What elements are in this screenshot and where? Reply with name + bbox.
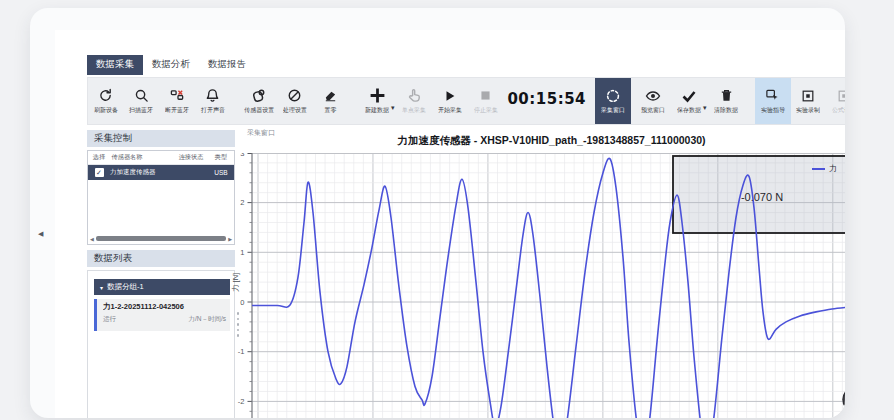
sensor-type: USB xyxy=(210,169,232,176)
tab-data-analysis[interactable]: 数据分析 xyxy=(143,55,199,75)
legend-label: 力 xyxy=(829,163,837,174)
collect-timer: 00:15:54 xyxy=(507,90,586,108)
collect-control-header: 采集控制 xyxy=(87,130,235,147)
hscroll-thumb[interactable] xyxy=(96,236,226,241)
chart-title: 力加速度传感器 - XHSP-V10HID_path_-1981348857_1… xyxy=(252,134,845,148)
sound-button[interactable]: 打开声音 xyxy=(195,78,231,124)
sensor-settings-icon xyxy=(251,87,267,104)
save-data-button[interactable]: 保存数据 xyxy=(671,78,707,124)
data-item-axes: 力/N－时间/s xyxy=(188,315,226,324)
collapse-panel-icon[interactable]: ◀ xyxy=(38,230,43,238)
chart-plot-area[interactable]: 3210-1-2-0.070 N 力 xyxy=(230,153,845,418)
svg-text:3: 3 xyxy=(240,153,244,158)
plus-icon xyxy=(369,87,386,104)
process-settings-icon xyxy=(287,87,302,104)
single-point-collect-button[interactable]: 单点采集 xyxy=(397,78,433,124)
collect-window-button[interactable]: 采集窗口 xyxy=(595,78,631,124)
svg-text:1: 1 xyxy=(240,248,244,257)
data-group-header[interactable]: ▾ 数据分组-1 xyxy=(94,279,230,295)
data-item-status: 运行 xyxy=(103,315,116,324)
experiment-record-button[interactable]: 实验录制 xyxy=(791,78,827,124)
chart-canvas[interactable]: 3210-1-2-0.070 N xyxy=(230,153,845,418)
sensor-checkbox[interactable]: ✓ xyxy=(95,168,104,177)
main-window-card: ◀ 数据采集 数据分析 数据报告 刷新设备 扫描蓝牙 xyxy=(30,8,845,418)
svg-text:-2: -2 xyxy=(238,397,245,406)
tab-data-collect[interactable]: 数据采集 xyxy=(87,55,143,75)
check-icon xyxy=(681,87,697,104)
hand-point-icon xyxy=(407,87,422,104)
sensor-settings-button[interactable]: 传感器设置 xyxy=(242,78,278,124)
group-caret-icon: ▾ xyxy=(100,284,103,291)
disconnect-bluetooth-button[interactable]: 断开蓝牙 xyxy=(159,78,195,124)
dashed-circle-icon xyxy=(605,87,621,104)
group-label: 数据分组-1 xyxy=(107,282,144,292)
bell-icon xyxy=(205,87,220,104)
new-data-button[interactable]: 新建数据 xyxy=(359,78,395,124)
svg-text:2: 2 xyxy=(240,198,244,207)
sensor-name: 力加速度传感器 xyxy=(110,168,172,177)
stop-collect-button[interactable]: 停止采集 xyxy=(468,78,504,124)
main-tabs: 数据采集 数据分析 数据报告 xyxy=(87,55,255,75)
svg-text:-1: -1 xyxy=(238,347,245,356)
experiment-guide-button[interactable]: 实验指导 xyxy=(755,78,791,124)
sensor-row[interactable]: ✓ 力加速度传感器 USB xyxy=(88,165,234,180)
clear-data-button[interactable]: 清除数据 xyxy=(708,78,744,124)
eye-icon xyxy=(645,87,661,104)
svg-text:0: 0 xyxy=(240,298,244,307)
app-window: ◀ 数据采集 数据分析 数据报告 刷新设备 扫描蓝牙 xyxy=(0,0,894,420)
sensor-table-header: 选择 传感器名称 连接状态 类型 xyxy=(88,151,234,165)
content-area: 数据采集 数据分析 数据报告 刷新设备 扫描蓝牙 断开蓝牙 xyxy=(55,30,845,418)
set-zero-button[interactable]: 置零 xyxy=(313,78,349,124)
scan-bluetooth-icon xyxy=(134,87,149,104)
refresh-device-button[interactable]: 刷新设备 xyxy=(88,78,124,124)
disconnect-bluetooth-icon xyxy=(170,87,185,104)
tab-data-report[interactable]: 数据报告 xyxy=(199,55,255,75)
guide-cursor-icon xyxy=(765,87,780,104)
data-item-title: 力1-2-20251112-042506 xyxy=(103,302,226,312)
formula-frame-icon xyxy=(837,87,845,104)
stop-icon xyxy=(479,87,492,104)
record-frame-icon xyxy=(801,87,815,104)
start-collect-button[interactable]: 开始采集 xyxy=(432,78,468,124)
data-list-header: 数据列表 xyxy=(87,250,235,267)
play-icon xyxy=(443,87,457,104)
data-list: ▾ 数据分组-1 力1-2-20251112-042506 运行 力/N－时间/… xyxy=(87,270,235,418)
data-list-item[interactable]: 力1-2-20251112-042506 运行 力/N－时间/s xyxy=(94,299,230,331)
refresh-icon xyxy=(98,87,113,104)
toolbar: 刷新设备 扫描蓝牙 断开蓝牙 打开声音 传感器设置 xyxy=(87,77,845,125)
preview-window-button[interactable]: 预览窗口 xyxy=(636,78,672,124)
scan-bluetooth-button[interactable]: 扫描蓝牙 xyxy=(124,78,160,124)
legend-line-icon xyxy=(812,168,825,170)
assistant-avatar[interactable] xyxy=(842,386,845,413)
process-settings-button[interactable]: 处理设置 xyxy=(277,78,313,124)
sensor-table: 选择 传感器名称 连接状态 类型 ✓ 力加速度传感器 USB ◀ ▶ xyxy=(87,150,235,245)
chart-legend: 力 xyxy=(812,163,837,174)
eraser-icon xyxy=(323,87,338,104)
trash-icon xyxy=(719,87,734,104)
formula-calc-button[interactable]: 公式计算 xyxy=(826,78,845,124)
sensor-table-hscrollbar[interactable]: ◀ ▶ xyxy=(90,235,232,242)
svg-text:-0.070 N: -0.070 N xyxy=(741,191,783,203)
